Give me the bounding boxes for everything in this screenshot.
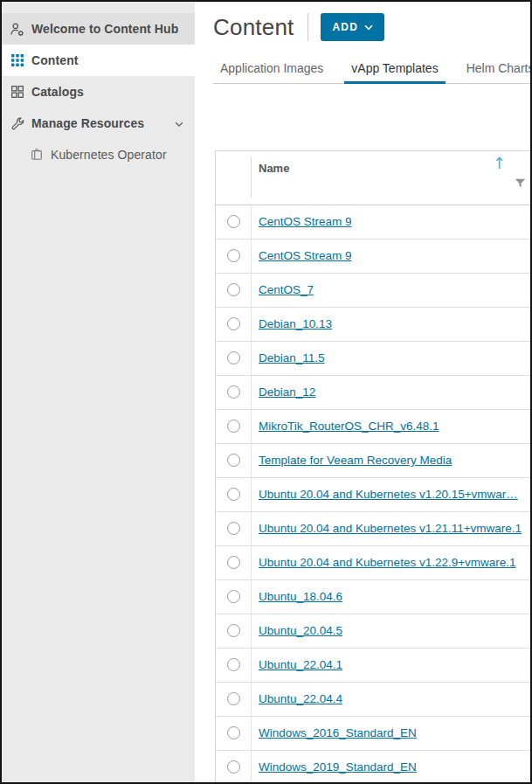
column-divider — [251, 546, 252, 579]
column-divider — [251, 376, 252, 409]
user-settings-icon — [10, 22, 24, 37]
row-radio-button[interactable] — [227, 726, 240, 739]
sort-ascending-icon[interactable]: ↑ — [493, 156, 506, 171]
sidebar: Welcome to Content Hub Content — [2, 2, 195, 782]
row-radio-button[interactable] — [227, 522, 240, 535]
table-row: Ubuntu_20.04.5 — [216, 614, 532, 649]
table-row: MikroTik_RouterOS_CHR_v6.48.1 — [216, 410, 532, 444]
filter-icon[interactable] — [515, 177, 526, 192]
row-radio-button[interactable] — [227, 590, 240, 603]
row-radio-button[interactable] — [227, 420, 240, 433]
tab-vapp-templates[interactable]: vApp Templates — [344, 61, 445, 83]
row-radio-button[interactable] — [227, 249, 240, 262]
app-window: Welcome to Content Hub Content — [0, 0, 532, 784]
sidebar-item-label: Manage Resources — [31, 116, 144, 130]
table-row: Ubuntu 20.04 and Kubernetes v1.21.11+vmw… — [216, 512, 532, 546]
table-row: CentOS Stream 9 — [216, 239, 532, 274]
template-link[interactable]: Windows_2019_Standard_EN — [259, 760, 417, 774]
add-button-label: ADD — [332, 21, 358, 33]
table-row: Debian_12 — [216, 376, 532, 410]
template-link[interactable]: CentOS Stream 9 — [259, 215, 352, 228]
row-radio-button[interactable] — [227, 215, 240, 228]
template-link[interactable]: MikroTik_RouterOS_CHR_v6.48.1 — [259, 420, 439, 433]
table-row: CentOS_7 — [216, 274, 532, 308]
column-divider — [251, 683, 252, 716]
row-radio-button[interactable] — [227, 488, 240, 501]
table-row: Ubuntu_18.04.6 — [216, 580, 532, 614]
column-divider — [251, 342, 252, 375]
sidebar-item-label: Catalogs — [31, 85, 84, 99]
sidebar-item-kubernetes-operator[interactable]: Kubernetes Operator — [2, 139, 195, 170]
sidebar-item-content[interactable]: Content — [2, 45, 195, 76]
wrench-icon — [10, 116, 24, 131]
template-link[interactable]: CentOS Stream 9 — [259, 249, 352, 262]
column-divider — [251, 614, 252, 648]
template-link[interactable]: Debian_12 — [259, 385, 315, 399]
column-divider — [251, 649, 252, 682]
template-link[interactable]: Ubuntu_18.04.6 — [259, 590, 342, 603]
tab-bar: Application Images vApp Templates Helm C… — [213, 61, 530, 84]
column-divider — [251, 274, 252, 307]
column-divider — [251, 444, 252, 477]
column-divider — [251, 751, 252, 784]
table-row: Ubuntu 20.04 and Kubernetes v1.22.9+vmwa… — [216, 546, 532, 580]
table-row: Windows_2019_Standard_EN — [216, 751, 532, 784]
template-link[interactable]: Ubuntu 20.04 and Kubernetes v1.22.9+vmwa… — [259, 556, 516, 569]
title-divider — [307, 13, 308, 41]
table-row: Debian_11.5 — [216, 342, 532, 376]
table-row: Ubuntu_22.04.1 — [216, 649, 532, 683]
chevron-down-icon[interactable] — [174, 118, 184, 132]
sidebar-item-label: Content — [31, 53, 79, 67]
row-radio-button[interactable] — [227, 760, 240, 774]
template-link[interactable]: Ubuntu 20.04 and Kubernetes v1.21.11+vmw… — [259, 522, 522, 535]
column-divider — [251, 717, 252, 750]
table-row: Debian_10.13 — [216, 308, 532, 342]
sidebar-item-catalogs[interactable]: Catalogs — [2, 76, 195, 108]
vapp-templates-table: Name ↑ CentOS Stream 9 CentOS Stream 9 C… — [215, 150, 532, 784]
row-radio-button[interactable] — [227, 385, 240, 399]
row-radio-button[interactable] — [227, 283, 240, 296]
column-header-name[interactable]: Name — [259, 162, 289, 175]
table-header: Name ↑ — [216, 151, 532, 205]
row-radio-button[interactable] — [227, 317, 240, 330]
column-divider — [251, 157, 252, 198]
row-radio-button[interactable] — [227, 658, 240, 671]
template-link[interactable]: Ubuntu_20.04.5 — [259, 624, 342, 637]
template-link[interactable]: Debian_10.13 — [259, 317, 332, 330]
template-link[interactable]: Ubuntu_22.04.1 — [259, 658, 342, 671]
sidebar-item-welcome-to-content-hub[interactable]: Welcome to Content Hub — [2, 13, 195, 45]
column-divider — [251, 580, 252, 614]
template-link[interactable]: Ubuntu 20.04 and Kubernetes v1.20.15+vmw… — [259, 488, 518, 501]
table-row: Ubuntu 20.04 and Kubernetes v1.20.15+vmw… — [216, 478, 532, 512]
column-divider — [251, 205, 252, 239]
column-divider — [251, 239, 252, 273]
table-row: CentOS Stream 9 — [216, 205, 532, 239]
row-radio-button[interactable] — [227, 556, 240, 569]
sidebar-item-label: Kubernetes Operator — [51, 148, 167, 162]
kubernetes-operator-icon — [29, 148, 44, 163]
row-radio-button[interactable] — [227, 624, 240, 637]
catalogs-icon — [10, 85, 24, 100]
column-divider — [251, 512, 252, 545]
main-content: Content ADD Application Images vApp Temp… — [195, 2, 530, 782]
sidebar-item-label: Welcome to Content Hub — [31, 22, 178, 36]
template-link[interactable]: CentOS_7 — [259, 283, 314, 296]
template-link[interactable]: Template for Veeam Recovery Media — [259, 454, 452, 467]
template-link[interactable]: Windows_2016_Standard_EN — [259, 726, 417, 739]
table-row: Template for Veeam Recovery Media — [216, 444, 532, 478]
page-header: Content ADD — [213, 11, 530, 43]
column-divider — [251, 478, 252, 511]
tab-helm-charts[interactable]: Helm Charts — [459, 61, 532, 83]
tab-application-images[interactable]: Application Images — [213, 61, 330, 83]
row-radio-button[interactable] — [227, 351, 240, 364]
row-radio-button[interactable] — [227, 454, 240, 467]
content-grid-icon — [10, 53, 24, 68]
column-divider — [251, 410, 252, 443]
table-row: Ubuntu_22.04.4 — [216, 683, 532, 717]
row-radio-button[interactable] — [227, 692, 240, 705]
table-row: Windows_2016_Standard_EN — [216, 717, 532, 751]
template-link[interactable]: Ubuntu_22.04.4 — [259, 692, 342, 705]
add-button[interactable]: ADD — [321, 13, 384, 41]
template-link[interactable]: Debian_11.5 — [259, 351, 325, 364]
sidebar-item-manage-resources[interactable]: Manage Resources — [2, 108, 195, 139]
